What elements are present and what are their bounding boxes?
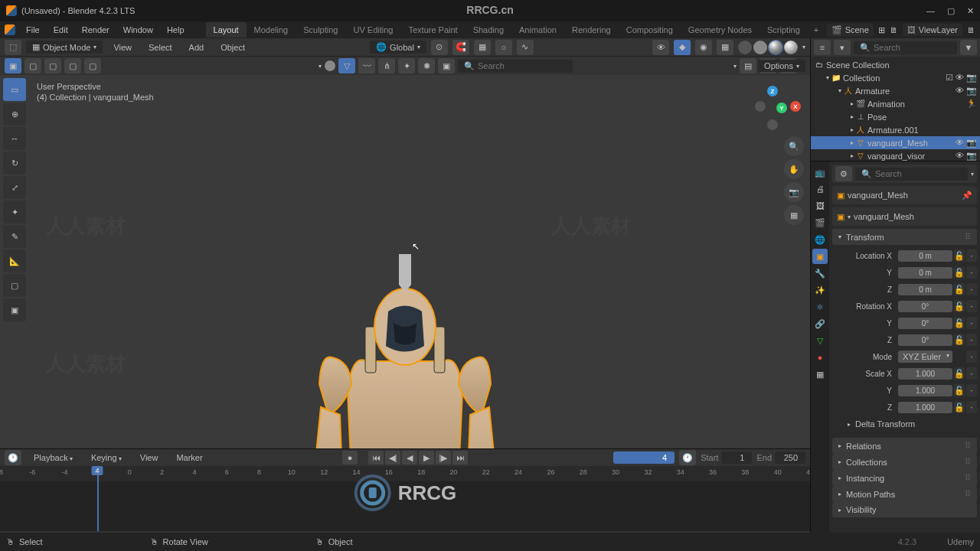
- maximize-button[interactable]: ▢: [947, 6, 955, 16]
- prop-tab-physics[interactable]: ⚛: [812, 299, 828, 315]
- orientation-selector[interactable]: 🌐Global▾: [370, 41, 426, 54]
- timeline-view[interactable]: View: [134, 451, 165, 465]
- lock-icon[interactable]: 🔓: [954, 249, 965, 262]
- gizmo-neg-z[interactable]: [767, 119, 778, 130]
- autokey-icon[interactable]: ●: [342, 451, 358, 465]
- current-frame-field[interactable]: 4: [613, 452, 675, 464]
- nav-gizmo[interactable]: X Y Z: [755, 84, 801, 130]
- tool-transform[interactable]: ✦: [3, 201, 26, 223]
- viewport-search[interactable]: 🔍: [458, 60, 573, 73]
- outliner-display-icon[interactable]: ▾: [834, 40, 851, 55]
- pin-scene-icon[interactable]: ⊞: [878, 25, 885, 35]
- tool-annotate[interactable]: ✎: [3, 225, 26, 248]
- render-icon[interactable]: 📷: [966, 73, 977, 83]
- prop-tab-scene[interactable]: 🎬: [812, 215, 828, 230]
- tab-texture-paint[interactable]: Texture Paint: [400, 22, 465, 37]
- tab-rendering[interactable]: Rendering: [564, 22, 619, 37]
- filter-curve-icon[interactable]: 〰: [358, 58, 375, 73]
- filter-mesh-icon[interactable]: ▽: [338, 58, 355, 73]
- visibility-icon[interactable]: 👁: [652, 40, 669, 55]
- viewport-search-input[interactable]: [478, 61, 567, 70]
- prev-key-icon[interactable]: ◀|: [385, 451, 400, 465]
- tab-geometry-nodes[interactable]: Geometry Nodes: [681, 22, 760, 37]
- collection-checkbox-icon[interactable]: ☑: [946, 73, 953, 83]
- timeline-playback[interactable]: Playback ▾: [28, 451, 79, 465]
- mode-selector[interactable]: ▦Object Mode▾: [26, 41, 103, 54]
- wireframe-shading-icon[interactable]: [738, 41, 752, 54]
- zoom-icon[interactable]: 🔍: [784, 136, 804, 156]
- close-button[interactable]: ✕: [967, 6, 974, 16]
- 3d-viewport[interactable]: User Perspective (4) Collection | vangua…: [0, 75, 810, 448]
- jump-end-icon[interactable]: ⏭: [452, 451, 468, 465]
- prop-editor-icon[interactable]: ⚙: [835, 166, 852, 181]
- proportional-falloff-icon[interactable]: ∿: [517, 40, 534, 55]
- selbox-3-icon[interactable]: ▢: [44, 58, 61, 73]
- play-reverse-icon[interactable]: ◀: [402, 451, 417, 465]
- tool-rotate[interactable]: ↻: [3, 152, 26, 174]
- prop-tab-viewlayer[interactable]: 🖼: [812, 198, 828, 214]
- tree-vanguard-visor[interactable]: ▸▽vanguard_visor👁📷: [811, 149, 980, 161]
- prop-tab-texture[interactable]: ▦: [812, 367, 828, 382]
- proportional-icon[interactable]: ○: [495, 40, 512, 55]
- properties-search[interactable]: 🔍: [855, 168, 968, 181]
- tree-pose[interactable]: ▸⊥Pose: [811, 110, 980, 123]
- tab-animation[interactable]: Animation: [511, 22, 564, 37]
- solid-shading-icon[interactable]: [753, 41, 767, 54]
- viewport-menu-select[interactable]: Select: [142, 41, 178, 54]
- tab-scripting[interactable]: Scripting: [760, 22, 808, 37]
- tab-uv-editing[interactable]: UV Editing: [345, 22, 400, 37]
- prop-tab-modifiers[interactable]: 🔧: [812, 266, 828, 281]
- eye-icon[interactable]: 👁: [956, 86, 964, 96]
- options-dropdown[interactable]: Options▾: [758, 60, 805, 72]
- location-z-field[interactable]: 0 m: [898, 284, 952, 295]
- prop-tab-material[interactable]: ●: [812, 350, 828, 365]
- filter-empty-icon[interactable]: ✦: [398, 58, 415, 73]
- prop-tab-constraints[interactable]: 🔗: [812, 316, 828, 331]
- outliner-editor-icon[interactable]: ≡: [814, 40, 831, 55]
- new-viewlayer-icon[interactable]: 🗎: [967, 25, 975, 34]
- render-icon[interactable]: 📷: [966, 138, 977, 148]
- tool-measure[interactable]: 📐: [3, 249, 26, 272]
- rendered-shading-icon[interactable]: [784, 41, 798, 54]
- menu-render[interactable]: Render: [76, 23, 116, 37]
- section-collections[interactable]: ▸Collections⠿: [832, 454, 977, 470]
- outliner-search-input[interactable]: [874, 43, 951, 52]
- prop-tab-particles[interactable]: ✨: [812, 282, 828, 298]
- action-icon[interactable]: 🏃: [966, 99, 977, 109]
- character-mesh[interactable]: [275, 254, 535, 448]
- filter-light-icon[interactable]: ✺: [418, 58, 435, 73]
- location-x-field[interactable]: 0 m: [898, 250, 952, 262]
- minimize-button[interactable]: —: [926, 6, 935, 16]
- end-frame-field[interactable]: End250: [756, 452, 805, 464]
- timeline-marker[interactable]: Marker: [170, 451, 208, 465]
- prop-tab-render[interactable]: 📺: [812, 165, 828, 180]
- scale-x-field[interactable]: 1.000: [898, 368, 952, 380]
- perspective-icon[interactable]: ▦: [784, 205, 804, 225]
- tab-layout[interactable]: Layout: [206, 22, 247, 37]
- shading-dropdown-icon[interactable]: ▾: [802, 44, 805, 51]
- filter-camera-icon[interactable]: ▣: [438, 58, 455, 73]
- next-key-icon[interactable]: |▶: [436, 451, 451, 465]
- prop-tab-object[interactable]: ▣: [812, 249, 828, 264]
- selbox-2-icon[interactable]: ▢: [24, 58, 41, 73]
- outliner-search[interactable]: 🔍: [854, 41, 957, 54]
- eye-icon[interactable]: 👁: [956, 73, 964, 83]
- filter-dropdown-icon[interactable]: ▾: [318, 63, 322, 70]
- selbox-5-icon[interactable]: ▢: [84, 58, 101, 73]
- tab-compositing[interactable]: Compositing: [619, 22, 681, 37]
- menu-help[interactable]: Help: [161, 23, 191, 37]
- timeline-body[interactable]: RRCG: [0, 481, 810, 531]
- xray-icon[interactable]: ▦: [717, 40, 733, 55]
- rotation-y-field[interactable]: 0°: [898, 318, 952, 329]
- gizmo-z-axis[interactable]: Z: [767, 86, 778, 96]
- gizmo-y-axis[interactable]: Y: [776, 103, 787, 113]
- preview-range-icon[interactable]: 🕐: [679, 450, 696, 465]
- selbox-1-icon[interactable]: ▣: [5, 58, 21, 73]
- tree-scene-collection[interactable]: 🗀Scene Collection: [811, 58, 980, 71]
- properties-search-input[interactable]: [875, 169, 962, 178]
- scale-y-field[interactable]: 1.000: [898, 385, 952, 396]
- section-relations[interactable]: ▸Relations⠿: [832, 438, 977, 454]
- anim-dot-icon[interactable]: ·: [966, 249, 977, 262]
- tab-shading[interactable]: Shading: [466, 22, 511, 37]
- render-icon[interactable]: 📷: [966, 151, 977, 161]
